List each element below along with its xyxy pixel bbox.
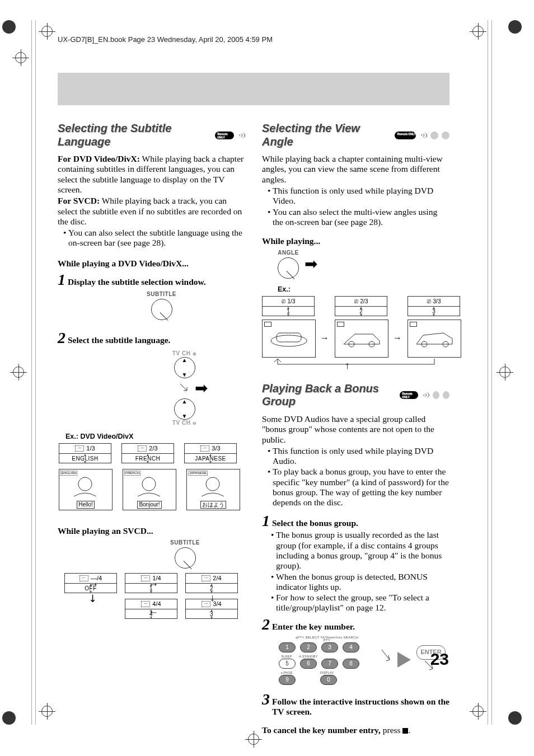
text: press [381,725,403,735]
keypad-key: 9 [279,675,296,685]
step-number: 3 [262,692,270,707]
disc-icon [442,132,449,139]
bullet: This function is only used while playing… [268,446,449,467]
bullet: This function is only used while playing… [268,186,449,206]
bullet: To play back a bonus group, you have to … [268,467,449,508]
svg-point-2 [206,477,219,491]
angle-num: 3 [407,307,460,316]
crop-mark [15,52,26,63]
step-number: 1 [58,272,65,288]
disc-icon [433,391,439,399]
keypad-key: 6 [300,659,317,669]
disc-icon [430,132,438,139]
keypad-key: 8 [343,659,359,669]
paragraph: Some DVD Audios have a special group cal… [262,414,449,445]
remote-only-badge [400,391,418,399]
arrow-right-icon: → [148,579,158,590]
frame-line [31,20,32,725]
hand-icon [381,649,392,671]
step-text: Display the subtitle selection window. [68,277,206,287]
page-header: UX-GD7[B]_EN.book Page 23 Wednesday, Apr… [58,35,273,44]
keypad-key: 5 [279,659,296,669]
bold-label: To cancel the key number entry, [262,725,381,735]
heading-band [58,73,449,105]
remote-button-icon [151,299,172,320]
svg-point-1 [142,477,156,491]
right-column: Selecting the View Angle While playing b… [262,122,449,736]
example-label: Ex.: [278,285,449,294]
svg-rect-4 [277,333,301,342]
cancel-line: To cancel the key number entry, press . [262,725,449,735]
paragraph: For SVCD: While playing back a track, yo… [58,196,245,227]
button-label-subtitle: SUBTITLE [78,291,245,298]
bullet: The bonus group is usually recorded as t… [271,530,449,571]
svcd-label: 3 [185,609,238,619]
binder-mark [2,20,16,34]
keypad-key: 7 [321,659,338,669]
keypad-key: 0 [320,675,337,685]
label-tvch-down: TV CH ⊖ [124,420,245,426]
example-label: Ex.: DVD Video/DivX [65,433,245,441]
step-number: 2 [58,330,65,346]
svg-point-0 [78,477,92,491]
arrow-right-icon: ➡ [305,256,317,272]
stop-icon [402,728,408,734]
screen-example: ENGLISH Hello! [59,469,113,510]
subheading: While playing a DVD Video/DivX... [58,259,245,269]
arrow-left-icon: ← [148,607,158,618]
frame-line [488,20,488,725]
page-number: 23 [430,650,449,669]
lang-name: ENGLISH [59,454,111,463]
crop-mark [472,706,484,717]
section-title-text: Selecting the Subtitle Language [58,122,212,148]
keypad-key: 2 [300,642,317,652]
big-arrow-icon [397,652,411,668]
bold-label: For SVCD: [58,196,100,205]
screen-example: JAPANESE おはよう [186,469,240,510]
step-text: Follow the interactive instructions show… [272,697,449,717]
arrow-right-icon: → [88,579,99,590]
paragraph: For DVD Video/DivX: While playing back a… [58,154,245,195]
binder-mark [508,20,522,34]
arrow-down-icon: ↓ [210,592,215,604]
step-number: 2 [262,617,270,632]
section-title-bonus-group: Playing Back a Bonus Group [262,382,449,408]
subheading: While playing... [262,236,449,246]
step-text: Select the bonus group. [272,518,358,528]
section-title-view-angle: Selecting the View Angle [262,122,449,148]
hand-icon [179,383,190,394]
frame-line [491,20,492,725]
left-column: Selecting the Subtitle Language For DVD … [58,122,245,736]
binder-mark [508,711,522,725]
keypad: ●PTY SELECT TA/News/Info SEARCH PTY 1 2 … [279,636,375,687]
remote-button-icon [175,547,196,569]
step-text: Select the subtitle language. [68,335,170,345]
button-label-subtitle: SUBTITLE [125,539,245,546]
crop-mark [472,26,484,37]
arrow-right-icon: → [318,333,331,344]
keypad-key: 3 [321,642,338,652]
lang-name: JAPANESE [184,454,237,463]
screen-example: FRENCH Bonjour! [123,469,176,510]
section-title-text: Selecting the View Angle [262,122,391,148]
frame-line [35,20,36,725]
crop-mark [41,26,53,37]
bold-label: For DVD Video/DivX: [58,154,140,163]
lang-name: FRENCH [121,454,174,463]
ir-icon [419,133,428,138]
binder-mark [2,711,16,725]
angle-num: 2 [335,307,387,316]
angle-num: 1 [262,307,315,316]
crop-mark [499,367,510,378]
paragraph: While playing back a chapter containing … [262,154,449,185]
crop-mark [13,367,24,378]
subheading: While playing an SVCD... [58,526,245,536]
keypad-key: 4 [343,642,359,652]
car-example [335,320,388,358]
remote-up-icon [174,357,195,378]
remote-down-icon [174,398,195,420]
bullet: When the bonus group is detected, BONUS … [271,572,449,593]
ir-icon [237,133,245,138]
disc-icon [443,391,449,399]
loop-arrow [266,359,446,370]
